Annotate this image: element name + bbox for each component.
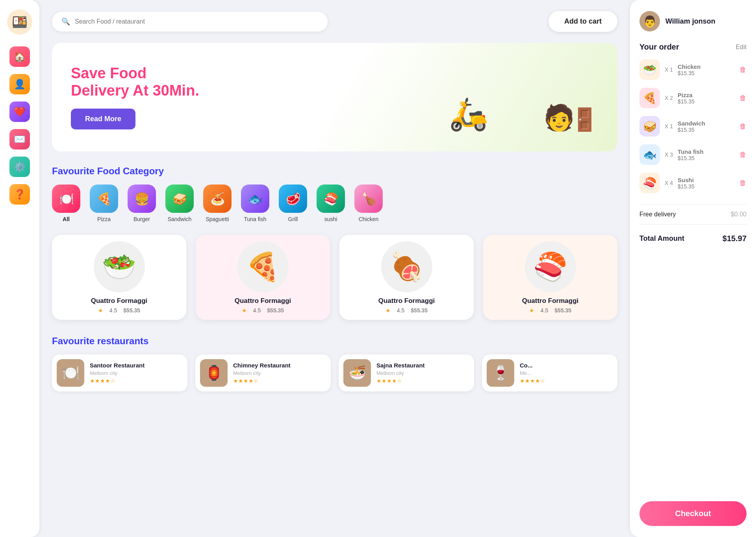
restaurant-co[interactable]: 🍷 Co... Me... ★★★★☆ (482, 354, 617, 391)
restaurant-sajna[interactable]: 🍜 Sajna Restaurant Melborn city ★★★★☆ (339, 354, 474, 391)
food-card-meta-3: ★ 4.5 $55.35 (529, 307, 571, 314)
category-sushi-icon: 🍣 (317, 185, 345, 213)
restaurant-city-2: Melborn city (376, 370, 469, 376)
hero-line2-rest: At 30Min. (129, 82, 199, 99)
order-divider (639, 204, 747, 205)
order-item-price-tuna: $15.35 (678, 155, 735, 161)
category-burger-icon: 🍔 (128, 185, 156, 213)
restaurant-thumb-1: 🏮 (200, 359, 228, 387)
order-qty-chicken: X 1 (665, 66, 673, 73)
category-sandwich-label: Sandwich (168, 216, 192, 222)
delete-pizza-icon[interactable]: 🗑 (739, 94, 747, 102)
food-card-meta-1: ★ 4.5 $55.35 (242, 307, 284, 314)
total-value: $15.97 (723, 234, 747, 243)
category-all-label: All (63, 216, 70, 222)
food-card-1[interactable]: 🍕 Quattro Formaggi ★ 4.5 $55.35 (196, 235, 330, 320)
order-item-details-sandwich: Sandwich $15.35 (678, 120, 735, 133)
restaurant-city-0: Melborn city (90, 370, 183, 376)
sidebar-item-user[interactable]: 👤 (9, 74, 30, 94)
restaurant-city-3: Me... (520, 370, 613, 376)
category-spaguetti[interactable]: 🍝 Spaguetti (203, 185, 232, 222)
read-more-button[interactable]: Read More (71, 109, 135, 129)
category-sushi[interactable]: 🍣 sushi (317, 185, 345, 222)
hero-text: Save Food Delivery At 30Min. Read More (71, 65, 199, 129)
delete-sushi-icon[interactable]: 🗑 (739, 179, 747, 187)
header: 🔍 Add to cart (52, 11, 617, 32)
food-rating-2: 4.5 (397, 307, 404, 314)
category-chicken-label: Chicken (359, 216, 379, 222)
category-all[interactable]: 🍽️ All (52, 185, 80, 222)
sidebar-item-home[interactable]: 🏠 (9, 46, 30, 67)
edit-order-link[interactable]: Edit (736, 44, 747, 51)
category-tuna-icon: 🐟 (241, 185, 269, 213)
search-input[interactable] (75, 18, 318, 25)
sidebar-item-help[interactable]: ❓ (9, 184, 30, 205)
restaurant-chimney[interactable]: 🏮 Chimney Restaurant Melborn city ★★★★☆ (195, 354, 331, 391)
category-chicken-icon: 🍗 (354, 185, 383, 213)
restaurants-title: Favourite restaurants (52, 336, 617, 347)
category-pizza-icon: 🍕 (90, 185, 118, 213)
order-item-img-sandwich: 🥪 (639, 116, 660, 137)
category-sandwich[interactable]: 🥪 Sandwich (165, 185, 194, 222)
order-qty-tuna: X 3 (665, 151, 673, 158)
restaurant-thumb-2: 🍜 (343, 359, 371, 387)
free-delivery-row: Free delivery $0.00 (639, 211, 747, 218)
sidebar-item-mail[interactable]: ✉️ (9, 129, 30, 149)
order-item-price-sandwich: $15.35 (678, 127, 735, 133)
order-item-tuna: 🐟 X 3 Tuna fish $15.35 🗑 (639, 144, 747, 165)
hero-line1: Save Food (71, 65, 146, 81)
food-card-0[interactable]: 🥗 Quattro Formaggi ★ 4.5 $55.35 (52, 235, 186, 320)
delete-sandwich-icon[interactable]: 🗑 (739, 122, 747, 131)
order-item-img-chicken: 🥗 (639, 59, 660, 80)
food-card-name-2: Quattro Formaggi (378, 297, 435, 305)
food-card-meta-2: ★ 4.5 $55.35 (385, 307, 428, 314)
hero-highlight: Delivery (71, 82, 129, 99)
order-item-details-sushi: Sushi $15.35 (678, 177, 735, 190)
restaurant-name-3: Co... (520, 362, 613, 369)
user-profile: 👨 William jonson (639, 11, 747, 31)
total-label: Total Amount (639, 234, 684, 243)
order-item-details-pizza: Pizza $15.35 (678, 92, 735, 105)
hero-headline: Save Food Delivery At 30Min. (71, 65, 199, 99)
star-icon-2: ★ (385, 307, 391, 314)
order-title: Your order (639, 42, 679, 52)
restaurants-section: Favourite restaurants 🍽️ Santoor Restaur… (52, 336, 617, 391)
delete-chicken-icon[interactable]: 🗑 (739, 66, 747, 74)
sidebar-item-favorites[interactable]: ❤️ (9, 101, 30, 122)
food-card-2[interactable]: 🍖 Quattro Formaggi ★ 4.5 $55.35 (339, 235, 474, 320)
food-categories-list: 🍽️ All 🍕 Pizza 🍔 Burger 🥪 Sandwich 🍝 Spa… (52, 185, 617, 222)
food-card-3[interactable]: 🍣 Quattro Formaggi ★ 4.5 $55.35 (483, 235, 617, 320)
restaurant-info-2: Sajna Restaurant Melborn city ★★★★☆ (376, 362, 469, 384)
order-item-pizza: 🍕 X 2 Pizza $15.35 🗑 (639, 88, 747, 108)
free-delivery-value: $0.00 (731, 211, 747, 218)
category-grill-label: Grill (288, 216, 298, 222)
food-card-img-2: 🍖 (381, 241, 432, 292)
food-card-name-1: Quattro Formaggi (235, 297, 291, 305)
category-tuna[interactable]: 🐟 Tuna fish (241, 185, 269, 222)
category-grill-icon: 🥩 (279, 185, 307, 213)
add-to-cart-button[interactable]: Add to cart (548, 11, 617, 32)
checkout-button[interactable]: Checkout (639, 501, 747, 526)
category-burger-label: Burger (133, 216, 150, 222)
user-name: William jonson (665, 17, 715, 26)
food-price-3: $55.35 (554, 307, 571, 314)
category-burger[interactable]: 🍔 Burger (128, 185, 156, 222)
restaurant-thumb-0: 🍽️ (57, 359, 84, 387)
category-pizza[interactable]: 🍕 Pizza (90, 185, 118, 222)
star-icon-0: ★ (98, 307, 103, 314)
category-chicken[interactable]: 🍗 Chicken (354, 185, 383, 222)
restaurant-santoor[interactable]: 🍽️ Santoor Restaurant Melborn city ★★★★☆ (52, 354, 187, 391)
category-pizza-label: Pizza (97, 216, 111, 222)
order-qty-sushi: X 4 (665, 180, 673, 186)
food-card-name-3: Quattro Formaggi (522, 297, 579, 305)
food-card-img-3: 🍣 (525, 241, 576, 292)
delete-tuna-icon[interactable]: 🗑 (739, 151, 747, 159)
category-all-icon: 🍽️ (52, 185, 80, 213)
food-price-0: $55.35 (123, 307, 140, 314)
order-item-name-sushi: Sushi (678, 177, 735, 183)
category-grill[interactable]: 🥩 Grill (279, 185, 307, 222)
category-spaguetti-icon: 🍝 (203, 185, 232, 213)
order-item-price-pizza: $15.35 (678, 98, 735, 105)
sidebar-item-settings[interactable]: ⚙️ (9, 157, 30, 177)
food-cards-list: 🥗 Quattro Formaggi ★ 4.5 $55.35 🍕 Quattr… (52, 235, 617, 320)
